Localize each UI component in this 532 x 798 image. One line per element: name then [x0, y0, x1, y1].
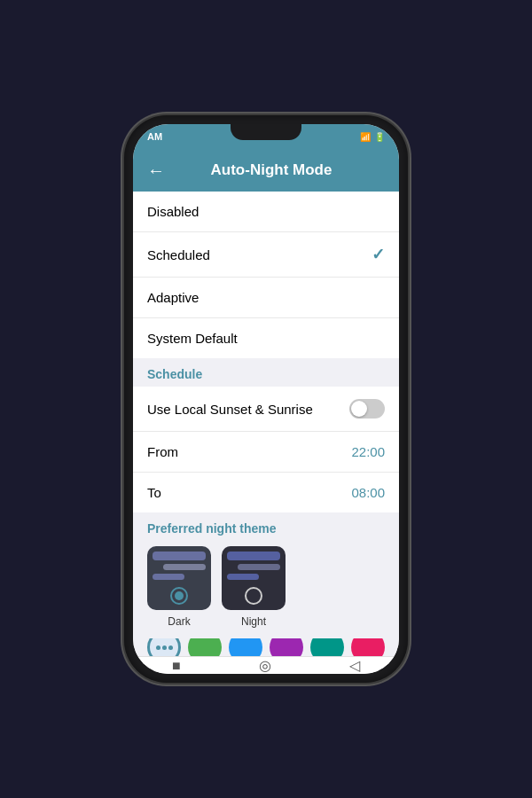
sunset-toggle-label: Use Local Sunset & Sunrise	[147, 402, 313, 417]
app-header: ← Auto-Night Mode	[133, 149, 399, 192]
color-swatch-multi[interactable]	[147, 638, 181, 656]
night-preview-header	[227, 552, 280, 560]
toggle-thumb	[351, 401, 367, 417]
schedule-list: Use Local Sunset & Sunrise From 22:00 To…	[133, 387, 399, 512]
dark-preview-bubble1	[163, 564, 206, 570]
dark-theme-preview	[147, 546, 211, 610]
mode-list: Disabled Scheduled ✓ Adaptive System Def…	[133, 192, 399, 358]
bottom-nav: ■ ◎ ◁	[133, 656, 399, 674]
color-swatch-teal[interactable]	[310, 638, 344, 656]
wifi-icon: 📶	[360, 132, 371, 142]
night-preview-bubble2	[227, 574, 259, 580]
night-theme-label: Night	[241, 615, 266, 628]
adaptive-label: Adaptive	[147, 290, 199, 305]
schedule-header: Schedule	[133, 358, 399, 387]
dark-radio-outer	[170, 587, 188, 605]
status-icons: 📶 🔋	[360, 132, 385, 142]
list-item-system-default[interactable]: System Default	[133, 318, 399, 358]
nav-home-icon[interactable]: ■	[172, 658, 181, 674]
dot2	[162, 645, 167, 650]
phone-inner: AM 📶 🔋 ← Auto-Night Mode Disabled Schedu…	[133, 124, 399, 674]
nav-circle-icon[interactable]: ◎	[259, 657, 271, 674]
color-swatch-purple[interactable]	[270, 638, 303, 656]
schedule-section: Schedule Use Local Sunset & Sunrise From…	[133, 358, 399, 512]
checkmark-icon: ✓	[372, 245, 385, 264]
color-palette	[133, 638, 399, 656]
color-swatch-green[interactable]	[188, 638, 222, 656]
page-title: Auto-Night Mode	[179, 161, 364, 179]
scheduled-label: Scheduled	[147, 247, 210, 262]
list-item-scheduled[interactable]: Scheduled ✓	[133, 232, 399, 278]
theme-card-night[interactable]: Night	[222, 546, 286, 628]
list-item-adaptive[interactable]: Adaptive	[133, 278, 399, 318]
color-swatch-pink[interactable]	[351, 638, 385, 656]
theme-section-header: Preferred night theme	[147, 518, 385, 541]
list-item-disabled[interactable]: Disabled	[133, 192, 399, 232]
dot3	[168, 645, 173, 650]
disabled-label: Disabled	[147, 204, 199, 219]
dark-preview-header	[153, 552, 206, 560]
phone-frame: AM 📶 🔋 ← Auto-Night Mode Disabled Schedu…	[124, 115, 408, 683]
theme-card-dark[interactable]: Dark	[147, 546, 211, 628]
status-bar: AM 📶 🔋	[133, 124, 399, 149]
night-radio-outer	[245, 587, 262, 605]
status-time: AM	[147, 131, 162, 142]
night-theme-preview	[222, 546, 286, 610]
night-radio	[245, 587, 262, 605]
from-value: 22:00	[351, 444, 385, 459]
to-row[interactable]: To 08:00	[133, 473, 399, 512]
theme-cards: Dark Night	[147, 546, 385, 628]
night-preview-bubble1	[238, 564, 280, 570]
back-button[interactable]: ←	[147, 160, 165, 181]
main-content: Disabled Scheduled ✓ Adaptive System Def…	[133, 192, 399, 674]
to-label: To	[147, 485, 161, 500]
nav-back-icon[interactable]: ◁	[349, 657, 360, 674]
battery-icon: 🔋	[374, 132, 385, 142]
notch	[231, 124, 301, 140]
to-value: 08:00	[351, 485, 385, 500]
sunset-toggle-row[interactable]: Use Local Sunset & Sunrise	[133, 387, 399, 432]
dot1	[156, 645, 160, 650]
dark-theme-label: Dark	[168, 615, 190, 628]
dark-radio-inner	[175, 591, 184, 600]
sunset-toggle[interactable]	[349, 399, 385, 419]
from-row[interactable]: From 22:00	[133, 432, 399, 473]
theme-section: Preferred night theme	[133, 512, 399, 638]
dark-radio	[170, 587, 188, 605]
multi-dots	[156, 645, 173, 650]
dark-preview-bubble2	[153, 574, 184, 580]
from-label: From	[147, 444, 178, 459]
system-default-label: System Default	[147, 331, 238, 346]
color-swatch-blue[interactable]	[229, 638, 262, 656]
